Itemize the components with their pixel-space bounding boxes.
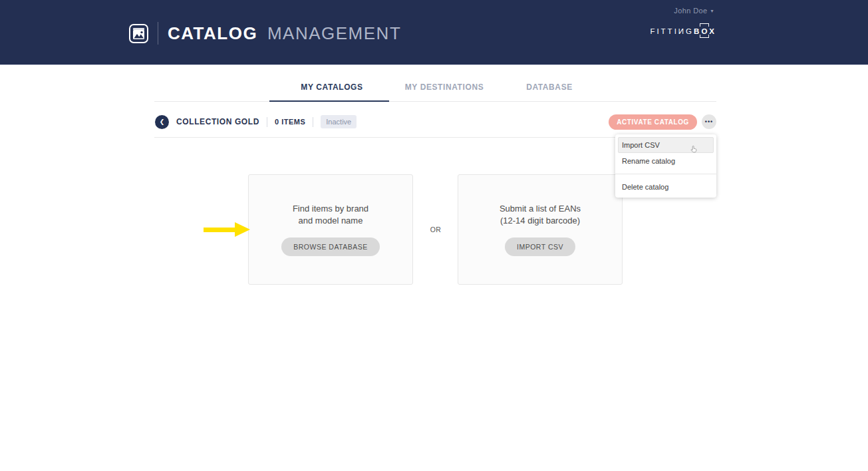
browse-database-card: Find items by brand and model name BROWS…	[248, 174, 413, 285]
catalog-context-menu: Import CSV Rename catalog Delete catalog	[615, 134, 716, 198]
logo-divider	[158, 22, 158, 45]
status-badge: Inactive	[321, 115, 357, 128]
ellipsis-icon: •••	[705, 118, 713, 125]
page-title-light: MANAGEMENT	[267, 23, 401, 43]
user-name: John Doe	[674, 7, 707, 15]
separator	[313, 117, 313, 127]
app-header: John Doe ▾ CATALOG MANAGEMENT FITTIИG	[0, 0, 868, 65]
menu-item-rename-catalog[interactable]: Rename catalog	[618, 153, 714, 169]
page-title-bold: CATALOG	[168, 23, 257, 43]
tabs-baseline	[154, 101, 716, 102]
separator	[267, 117, 267, 127]
back-chevron-icon: ❮	[160, 118, 165, 125]
import-csv-card: Submit a list of EANs (12-14 digit barco…	[458, 174, 623, 285]
arrow-shaft	[204, 228, 235, 232]
arrow-head	[235, 222, 250, 237]
import-card-line2: (12-14 digit barcode)	[500, 215, 581, 227]
user-menu[interactable]: John Doe ▾	[674, 7, 714, 15]
page-title: CATALOG MANAGEMENT	[168, 23, 401, 44]
menu-divider	[615, 174, 716, 174]
menu-item-delete-catalog[interactable]: Delete catalog	[618, 179, 714, 195]
more-options-button[interactable]: •••	[702, 114, 716, 129]
brand-prefix: FITTIИG	[650, 27, 694, 35]
catalog-app-icon	[129, 24, 148, 43]
tab-my-catalogs[interactable]: MY CATALOGS	[301, 82, 362, 92]
brand-letter-x: X	[709, 27, 716, 35]
browse-card-line1: Find items by brand	[293, 203, 368, 215]
fittingbox-logo: FITTIИG B O X	[650, 27, 716, 35]
catalog-header-bar: ❮ COLLECTION GOLD 0 ITEMS Inactive	[155, 114, 357, 130]
activate-catalog-button[interactable]: ACTIVATE CATALOG	[609, 114, 697, 130]
hand-cursor-icon	[689, 144, 698, 156]
browse-database-button[interactable]: BROWSE DATABASE	[281, 237, 380, 256]
browse-card-line2: and model name	[293, 215, 368, 227]
menu-item-import-csv[interactable]: Import CSV	[618, 137, 714, 153]
app-logo-row: CATALOG MANAGEMENT	[129, 22, 401, 45]
brand-letter-o-framed: O	[701, 27, 709, 35]
tab-my-destinations[interactable]: MY DESTINATIONS	[405, 82, 484, 92]
or-separator: OR	[430, 226, 442, 234]
highlight-arrow-icon	[204, 222, 250, 237]
caret-down-icon: ▾	[711, 8, 714, 14]
import-csv-button[interactable]: IMPORT CSV	[505, 237, 575, 256]
active-tab-underline	[269, 100, 389, 102]
catalog-name: COLLECTION GOLD	[176, 117, 259, 126]
import-card-text: Submit a list of EANs (12-14 digit barco…	[500, 203, 581, 226]
items-count: 0 ITEMS	[275, 118, 305, 126]
import-card-line1: Submit a list of EANs	[500, 203, 581, 215]
tab-database[interactable]: DATABASE	[526, 82, 573, 92]
back-button[interactable]: ❮	[155, 115, 169, 129]
catalog-management-page: John Doe ▾ CATALOG MANAGEMENT FITTIИG	[0, 0, 868, 471]
browse-card-text: Find items by brand and model name	[293, 203, 368, 226]
